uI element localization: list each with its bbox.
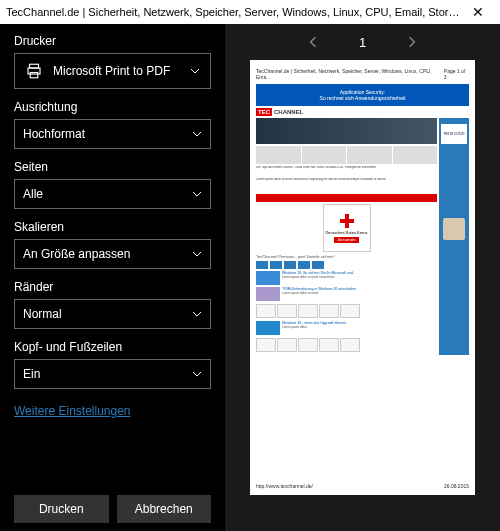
chevron-down-icon [190,66,200,76]
red-cross-icon [340,214,354,228]
preview-banner: Application Security: So rechnet sich An… [256,84,469,106]
printer-select[interactable]: Microsoft Print to PDF [14,53,211,89]
scale-label: Skalieren [14,220,211,234]
page-footer-right: 26.08.2015 [444,483,469,489]
next-page-icon[interactable] [406,36,418,48]
chevron-down-icon [192,249,202,259]
orientation-label: Ausrichtung [14,100,211,114]
headers-select[interactable]: Ein [14,359,211,389]
preview-side-cloud: TESTE CLOUD [441,124,467,144]
chevron-down-icon [192,189,202,199]
preview-logo: TEC CHANNEL [256,108,469,116]
chevron-down-icon [192,369,202,379]
close-icon[interactable]: ✕ [462,4,494,20]
pages-select[interactable]: Alle [14,179,211,209]
margins-label: Ränder [14,280,211,294]
orientation-select[interactable]: Hochformat [14,119,211,149]
window-title: TecChannel.de | Sicherheit, Netzwerk, Sp… [6,6,462,18]
headers-label: Kopf- und Fußzeilen [14,340,211,354]
print-options-sidebar: Drucker Microsoft Print to PDF Ausrichtu… [0,24,225,531]
printer-label: Drucker [14,34,211,48]
print-preview-pane: 1 TecChannel.de | Sicherheit, Netzwerk, … [225,24,500,531]
pages-label: Seiten [14,160,211,174]
printer-icon [25,62,43,80]
margins-select[interactable]: Normal [14,299,211,329]
more-settings-link[interactable]: Weitere Einstellungen [14,404,211,418]
page-number: 1 [359,35,366,50]
chevron-down-icon [192,309,202,319]
page-header-left: TecChannel.de | Sicherheit, Netzwerk, Sp… [256,68,444,80]
scale-select[interactable]: An Größe anpassen [14,239,211,269]
chevron-down-icon [192,129,202,139]
page-footer-left: http://www.tecchannel.de/ [256,483,313,489]
print-button[interactable]: Drucken [14,495,109,523]
prev-page-icon[interactable] [307,36,319,48]
svg-rect-2 [30,73,38,78]
preview-page: TecChannel.de | Sicherheit, Netzwerk, Sp… [250,60,475,495]
page-header-right: Page 1 of 3 [444,68,469,80]
cancel-button[interactable]: Abbrechen [117,495,212,523]
preview-ad-drk: Deutsches Rotes Kreuz Jetzt spenden [323,204,371,252]
